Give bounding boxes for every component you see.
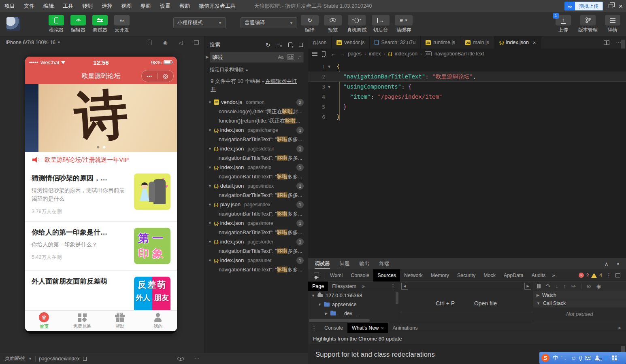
upload-button[interactable]: 1 ↑ 上传: [556, 15, 571, 34]
toolbox-icon[interactable]: [612, 356, 617, 360]
call-stack-section[interactable]: ▼ Call Stack: [533, 299, 626, 307]
preview-button[interactable]: 预览: [324, 15, 342, 34]
mode-select[interactable]: 小程序模式 ▼: [173, 17, 226, 28]
version-manage-button[interactable]: 版本管理: [578, 15, 598, 34]
tab-memory[interactable]: Memory: [427, 269, 453, 281]
pause-icon[interactable]: [537, 284, 541, 288]
code-line[interactable]: 4 "item": "/pages/index/item": [308, 92, 626, 102]
tab-runtime-js[interactable]: JS runtime.js: [421, 36, 460, 49]
code-line[interactable]: 1▼ {: [308, 61, 626, 72]
drawer-tab-whats-new[interactable]: What's New×: [347, 323, 388, 333]
result-file-row[interactable]: ▼ JS vendor.js common 2: [205, 97, 308, 107]
menu-goto[interactable]: 转到: [78, 0, 97, 12]
expand-replace-icon[interactable]: ▶: [206, 52, 209, 59]
skin-icon[interactable]: [603, 356, 609, 360]
tab-console[interactable]: Console: [347, 269, 373, 281]
tab-mock[interactable]: Mock: [479, 269, 500, 281]
drawer-tab-animations[interactable]: Animations: [388, 323, 422, 333]
code-area[interactable]: 1▼ { 2 "navigationBarTitleText": "欧皇源码论坛…: [308, 59, 626, 122]
menu-help[interactable]: 帮助: [175, 0, 194, 12]
menu-view[interactable]: 视图: [117, 0, 136, 12]
ime-language-icon[interactable]: 中: [553, 354, 558, 362]
window-restore-icon[interactable]: [609, 4, 613, 8]
result-file-row[interactable]: ▼ {..} index.json pages\detail 1: [205, 144, 308, 153]
more-tabs-icon[interactable]: »: [549, 272, 557, 278]
clear-cache-button[interactable]: ≡ ▼ 清缓存: [395, 15, 413, 34]
undock-icon[interactable]: [615, 273, 620, 277]
tab-terminal[interactable]: 终端: [375, 258, 394, 269]
list-item[interactable]: 猜测情侣吵架的原因，… 猜测情侣吵架的原因，测试出你目前最渴望的是什么 3.79…: [25, 167, 177, 221]
list-item[interactable]: 你给人的第一印象是什… 你给人的第一印象是什么？ 5.42万人在测 第一 印象: [25, 221, 177, 270]
tab-appdata[interactable]: AppData: [500, 269, 528, 281]
more-icon[interactable]: ⋯: [194, 356, 200, 362]
copy-path-icon[interactable]: [83, 357, 87, 361]
details-button[interactable]: 详情: [605, 15, 620, 34]
tab-main-js[interactable]: JS main.js: [460, 36, 494, 49]
close-panel-icon[interactable]: ×: [616, 261, 620, 267]
search-input[interactable]: Aa ab .*: [210, 52, 304, 63]
result-match-line[interactable]: navigationBarTitleText": "哆啦多多...: [205, 135, 308, 144]
result-match-line[interactable]: function(){return{title:"我正在哆啦...: [205, 116, 308, 125]
real-device-debug-button[interactable]: 真机调试: [347, 15, 366, 34]
refresh-search-icon[interactable]: ↻: [266, 42, 270, 48]
menu-select[interactable]: 选择: [97, 0, 117, 12]
banner-carousel[interactable]: 诗: [25, 84, 177, 152]
simulator-toggle-button[interactable]: 模拟器: [49, 15, 64, 34]
project-avatar[interactable]: [6, 17, 20, 31]
crumb-file[interactable]: index.json: [395, 51, 417, 57]
page-path-select[interactable]: 页面路径: [5, 355, 25, 362]
step-over-icon[interactable]: ↷: [546, 283, 550, 289]
tab-help[interactable]: 帮助: [101, 311, 139, 331]
menu-devtools[interactable]: 微信开发者工具: [194, 0, 240, 12]
more-menu-icon[interactable]: •••: [142, 74, 158, 78]
fold-icon[interactable]: ▼: [325, 61, 333, 72]
watch-section[interactable]: ▶ Watch: [533, 291, 626, 299]
window-close-icon[interactable]: ×: [619, 3, 623, 10]
tab-wxml[interactable]: Wxml: [326, 269, 347, 281]
outline-icon[interactable]: [312, 53, 317, 54]
close-tab-icon[interactable]: ×: [381, 326, 383, 330]
tab-search-result[interactable]: Search: 32.u7u: [370, 36, 421, 49]
drawer-menu-icon[interactable]: ⋮: [308, 325, 320, 331]
tab-vendor-js[interactable]: JS vendor.js: [332, 36, 370, 49]
match-case-icon[interactable]: Aa: [278, 55, 283, 59]
tab-security[interactable]: Security: [453, 269, 479, 281]
editor-scrollbar[interactable]: [621, 40, 625, 49]
result-match-line[interactable]: navigationBarTitleText": "哆啦多多...: [205, 265, 308, 274]
result-match-line[interactable]: console.log(e),{title:"我正在哆啦封...: [205, 107, 308, 116]
tab-index-json[interactable]: {..} index.json ×: [494, 36, 541, 49]
split-editor-icon[interactable]: [604, 40, 609, 45]
vertical-scrollbar[interactable]: [396, 292, 398, 304]
switch-background-button[interactable]: → 切后台: [372, 15, 390, 34]
compile-mode-select[interactable]: 普通编译 ▼: [241, 17, 297, 28]
pause-on-exceptions-icon[interactable]: ◉: [596, 283, 601, 289]
sogou-logo-icon[interactable]: S: [541, 354, 549, 362]
menu-settings[interactable]: 设置: [155, 0, 175, 12]
prev-file-icon[interactable]: ◀: [401, 283, 408, 290]
step-icon[interactable]: ↦: [571, 283, 576, 289]
regex-icon[interactable]: .*: [298, 55, 301, 59]
warning-icon[interactable]: [591, 273, 597, 278]
tree-menu-icon[interactable]: ⋮: [390, 283, 399, 289]
crumb-index[interactable]: index: [369, 51, 381, 57]
element-picker-icon[interactable]: [314, 273, 319, 278]
debugger-toggle-button[interactable]: 调试器: [92, 15, 108, 34]
tree-folder-row[interactable]: ▼ appservice: [308, 300, 399, 309]
more-tabs-icon[interactable]: »: [360, 284, 366, 289]
result-file-row[interactable]: ▼ {..} index.json pages\help 1: [205, 163, 308, 172]
back-icon[interactable]: ←: [331, 51, 336, 57]
tab-filesystem[interactable]: Filesystem: [328, 281, 360, 291]
bookmark-icon[interactable]: [322, 51, 326, 56]
result-match-line[interactable]: navigationBarTitleText": "哆啦多多...: [205, 209, 308, 218]
tab-page[interactable]: Page: [308, 281, 328, 291]
tree-host-row[interactable]: ▼ 127.0.0.1:65368: [308, 291, 399, 300]
tree-folder-row[interactable]: ▶ __dev__: [308, 309, 399, 318]
result-file-row[interactable]: ▼ {..} index.json pages\more 1: [205, 218, 308, 228]
crumb-pages[interactable]: pages: [348, 51, 362, 57]
mute-icon[interactable]: ◁: [179, 40, 183, 46]
record-icon[interactable]: ◉: [163, 40, 167, 46]
keyboard-icon[interactable]: [585, 356, 591, 360]
code-line[interactable]: 6 }: [308, 112, 626, 122]
tab-problems[interactable]: 问题: [335, 258, 355, 269]
crumb-symbol[interactable]: navigationBarTitleText: [434, 51, 484, 57]
